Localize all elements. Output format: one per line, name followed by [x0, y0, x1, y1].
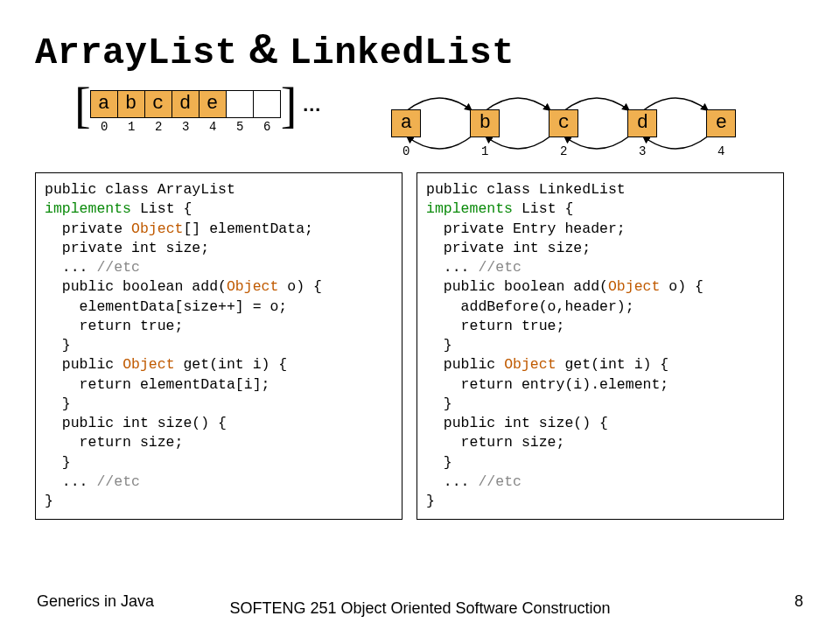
array-cells: a0b1c2d3e456 — [91, 90, 281, 134]
array-cell-value — [253, 90, 281, 118]
linked-node: c — [549, 109, 578, 137]
linkedlist-code: public class LinkedList implements List … — [416, 172, 784, 520]
array-cell-value — [226, 90, 254, 118]
linked-node-index: 4 — [706, 144, 736, 158]
array-cell-value: d — [172, 90, 200, 118]
bracket-right-icon: ] — [281, 88, 298, 122]
array-cell: a0 — [91, 90, 118, 134]
arraylist-diagram: [ a0b1c2d3e456 ] … — [74, 90, 321, 134]
slide-title: ArrayList & LinkedList — [35, 24, 805, 74]
linked-node-index: 0 — [391, 144, 421, 158]
array-cell-value: c — [144, 90, 172, 118]
linked-node-index: 2 — [549, 144, 578, 158]
array-cell: c2 — [145, 90, 172, 134]
array-cell-index: 6 — [254, 120, 281, 134]
linked-node-index: 1 — [470, 144, 500, 158]
array-cell: 5 — [227, 90, 254, 134]
array-cell-value: b — [117, 90, 145, 118]
array-cell-index: 0 — [91, 120, 118, 134]
diagrams-row: [ a0b1c2d3e456 ] … — [35, 90, 805, 160]
array-cell: e4 — [200, 90, 227, 134]
footer-course: SOFTENG 251 Object Oriented Software Con… — [0, 599, 840, 618]
title-left: ArrayList — [35, 32, 237, 74]
linked-node: a — [391, 109, 421, 137]
footer-page-number: 8 — [794, 592, 803, 611]
array-cell-value: a — [90, 90, 118, 118]
array-cell: b1 — [118, 90, 145, 134]
array-cell-index: 2 — [145, 120, 172, 134]
linked-node: d — [627, 109, 657, 137]
bracket-left-icon: [ — [74, 88, 91, 122]
linked-node: b — [470, 109, 500, 137]
arraylist-code: public class ArrayList implements List {… — [35, 172, 402, 520]
array-cell-index: 3 — [172, 120, 200, 134]
array-cell: 6 — [254, 90, 281, 134]
linkedlist-diagram: a0b1c2d3e4 — [374, 90, 741, 160]
array-cell-index: 4 — [200, 120, 227, 134]
title-right: LinkedList — [290, 32, 514, 74]
title-ampersand: & — [248, 25, 279, 72]
code-row: public class ArrayList implements List {… — [35, 172, 805, 520]
array-cell: d3 — [172, 90, 200, 134]
array-cell-index: 5 — [227, 120, 254, 134]
array-ellipsis: … — [302, 94, 321, 116]
array-cell-value: e — [199, 90, 227, 118]
slide: ArrayList & LinkedList [ a0b1c2d3e456 ] … — [0, 0, 840, 630]
linked-node: e — [706, 109, 736, 137]
array-cell-index: 1 — [118, 120, 145, 134]
linked-node-index: 3 — [627, 144, 657, 158]
